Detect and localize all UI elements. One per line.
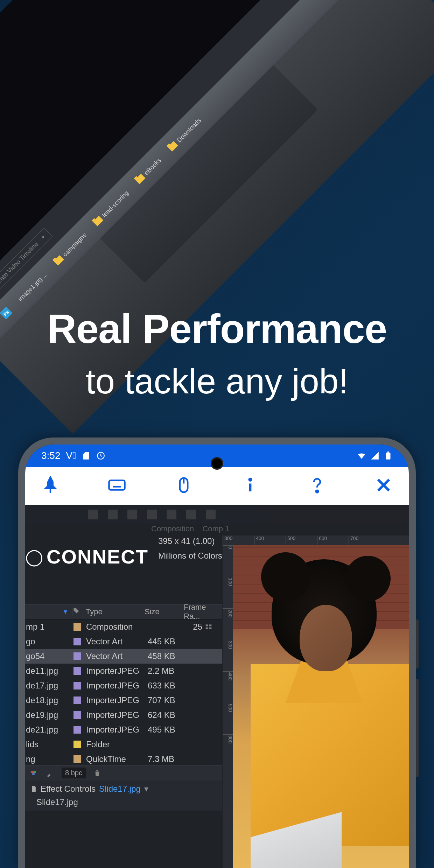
svg-rect-22 (33, 771, 36, 773)
col-size[interactable]: Size (141, 607, 178, 616)
table-header[interactable]: ▼ Type Size Frame Ra... (25, 604, 222, 620)
svg-rect-23 (32, 773, 35, 775)
headline-subtitle: to tackle any job! (28, 361, 406, 401)
svg-point-12 (249, 478, 252, 481)
mouse-icon[interactable] (170, 476, 198, 496)
effect-controls-file[interactable]: Slide17.jpg (99, 784, 141, 794)
project-footer[interactable]: 8 bpc (25, 765, 222, 780)
svg-rect-1 (386, 453, 391, 460)
composition-tab[interactable]: Composition (151, 524, 194, 533)
composition-preview[interactable]: 300400500600700 0100200300400500600 (223, 536, 409, 868)
svg-point-14 (316, 490, 318, 493)
background-laptop: Create Video Timeline DwPsimage1.jpg ...… (0, 0, 385, 350)
power-button (416, 679, 419, 777)
svg-rect-21 (31, 771, 33, 773)
battery-icon (384, 451, 393, 460)
table-row[interactable]: de21.jpgImporterJPEG495 KB (25, 722, 222, 737)
page-icon (30, 785, 37, 793)
sd-card-icon (82, 451, 91, 460)
volume-button (416, 620, 419, 668)
sort-arrow-icon[interactable]: ▼ (62, 608, 69, 616)
table-row[interactable]: de17.jpgImporterJPEG633 KB (25, 678, 222, 693)
close-icon[interactable] (370, 476, 398, 496)
keyboard-icon[interactable] (103, 476, 131, 496)
tag-icon[interactable] (73, 607, 80, 616)
effect-controls-panel[interactable]: Effect Controls Slide17.jpg ▾ Slide17.jp… (25, 780, 222, 811)
brush-icon[interactable] (46, 769, 55, 777)
svg-rect-4 (109, 481, 125, 490)
col-framerate[interactable]: Frame Ra... (180, 603, 222, 621)
table-row[interactable]: go54Vector Art458 KB (25, 649, 222, 664)
interpret-footage-icon[interactable] (29, 769, 38, 777)
help-icon[interactable] (303, 476, 331, 496)
svg-rect-20 (209, 628, 212, 629)
pin-icon[interactable] (36, 476, 64, 496)
signal-icon (370, 451, 379, 460)
svg-rect-17 (206, 624, 208, 626)
ae-toolbar[interactable] (25, 505, 409, 524)
table-row[interactable]: goVector Art445 KB (25, 634, 222, 649)
preview-image[interactable] (233, 545, 409, 868)
app-brand-logo: CONNECT (25, 545, 148, 568)
table-row[interactable]: ngQuickTime7.3 MB (25, 752, 222, 766)
ruler-horizontal: 300400500600700 (223, 536, 409, 545)
effect-controls-sub: Slide17.jpg (30, 797, 217, 807)
vpn-icon: V⃓ (66, 450, 76, 461)
headline-title: Real Performance (28, 308, 406, 351)
remote-desktop-view[interactable]: Composition Comp 1 CONNECT 395 x 41 (1.0… (25, 505, 409, 868)
bpc-toggle[interactable]: 8 bpc (62, 768, 86, 778)
svg-rect-2 (387, 451, 389, 453)
trash-icon[interactable] (93, 769, 102, 777)
phone-mockup: 3:52 V⃓ Composition (18, 438, 416, 868)
svg-rect-19 (206, 628, 208, 629)
table-row[interactable]: mp 1Composition25 (25, 620, 222, 634)
project-panel[interactable]: ▼ Type Size Frame Ra... mp 1Composition2… (25, 585, 222, 781)
info-icon[interactable] (236, 476, 264, 496)
table-row[interactable]: lidsFolder (25, 737, 222, 752)
app-toolbar (25, 467, 409, 505)
col-type[interactable]: Type (72, 607, 139, 616)
table-row[interactable]: de18.jpgImporterJPEG707 KB (25, 693, 222, 708)
front-camera (211, 457, 223, 470)
comp-name[interactable]: Comp 1 (202, 524, 229, 533)
table-row[interactable]: de11.jpgImporterJPEG2.2 MB (25, 664, 222, 678)
wifi-icon (357, 451, 366, 460)
marketing-headline: Real Performance to tackle any job! (0, 308, 434, 401)
table-row[interactable]: de19.jpgImporterJPEG624 KB (25, 708, 222, 722)
effect-controls-label: Effect Controls (41, 784, 96, 794)
status-time: 3:52 (41, 450, 61, 461)
ruler-vertical: 0100200300400500600 (223, 545, 233, 868)
sync-icon (96, 451, 105, 460)
svg-rect-18 (209, 624, 212, 626)
